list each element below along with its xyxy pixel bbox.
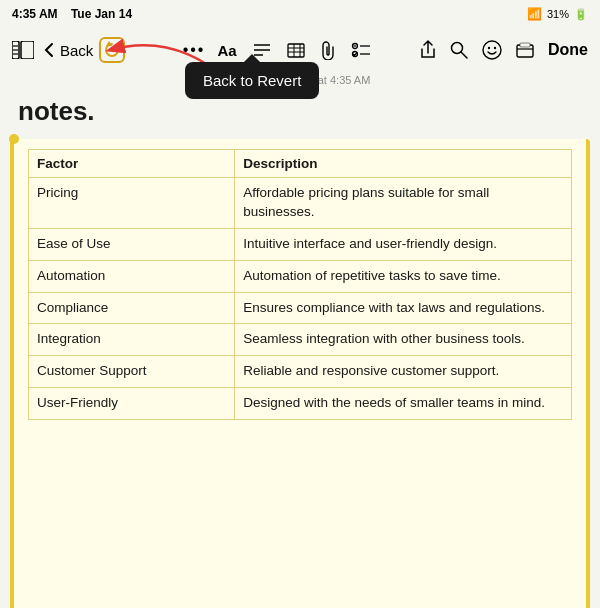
font-format-button[interactable]: Aa [213, 38, 240, 63]
table-row: AutomationAutomation of repetitive tasks… [29, 260, 572, 292]
toolbar-right: Done [416, 36, 592, 64]
table-cell-description: Reliable and responsive customer support… [235, 356, 572, 388]
window-button[interactable] [512, 38, 538, 62]
table-cell-factor: Automation [29, 260, 235, 292]
share-button[interactable] [416, 36, 440, 64]
table-cell-factor: Compliance [29, 292, 235, 324]
table-row: IntegrationSeamless integration with oth… [29, 324, 572, 356]
table-cell-description: Ensures compliance with tax laws and reg… [235, 292, 572, 324]
tooltip-container: Back to Revert [185, 62, 319, 99]
revert-tooltip: Back to Revert [185, 62, 319, 99]
svg-rect-1 [21, 41, 34, 59]
table-row: Customer SupportReliable and responsive … [29, 356, 572, 388]
table-cell-factor: Ease of Use [29, 228, 235, 260]
table-row: PricingAffordable pricing plans suitable… [29, 178, 572, 229]
battery-icon: 🔋 [574, 8, 588, 21]
battery-level: 31% [547, 8, 569, 20]
svg-rect-10 [288, 44, 304, 57]
attach-button[interactable] [317, 36, 339, 64]
svg-point-21 [483, 41, 501, 59]
back-label: Back [60, 42, 93, 59]
table-cell-description: Intuitive interface and user-friendly de… [235, 228, 572, 260]
sidebar-toggle-button[interactable] [8, 37, 38, 63]
table-cell-description: Designed with the needs of smaller teams… [235, 388, 572, 420]
table-header-description: Description [235, 150, 572, 178]
table-row: ComplianceEnsures compliance with tax la… [29, 292, 572, 324]
svg-rect-26 [520, 43, 530, 47]
notes-content-area[interactable]: Factor Description PricingAffordable pri… [10, 139, 590, 608]
search-button[interactable] [446, 37, 472, 63]
check-button[interactable] [347, 37, 375, 63]
table-cell-factor: Pricing [29, 178, 235, 229]
back-button[interactable] [40, 38, 58, 62]
wifi-icon: 📶 [527, 7, 542, 21]
svg-point-23 [494, 47, 496, 49]
table-cell-factor: Integration [29, 324, 235, 356]
svg-point-22 [488, 47, 490, 49]
more-options-icon: ••• [183, 41, 206, 59]
corner-dot-top-left [9, 134, 19, 144]
status-time: 4:35 AM Tue Jan 14 [12, 7, 132, 21]
table-row: User-FriendlyDesigned with the needs of … [29, 388, 572, 420]
notes-title: notes. [14, 96, 586, 127]
table-header-factor: Factor [29, 150, 235, 178]
table-cell-description: Affordable pricing plans suitable for sm… [235, 178, 572, 229]
table-row: Ease of UseIntuitive interface and user-… [29, 228, 572, 260]
table-cell-factor: User-Friendly [29, 388, 235, 420]
svg-line-20 [461, 52, 467, 58]
toolbar-left: Back [8, 37, 141, 63]
table-cell-factor: Customer Support [29, 356, 235, 388]
table-cell-description: Seamless integration with other business… [235, 324, 572, 356]
status-indicators: 📶 31% 🔋 [527, 7, 588, 21]
table-cell-description: Automation of repetitive tasks to save t… [235, 260, 572, 292]
toolbar-center: ••• Aa [145, 36, 412, 64]
table-button[interactable] [283, 39, 309, 62]
done-button[interactable]: Done [544, 37, 592, 63]
factors-table: Factor Description PricingAffordable pri… [28, 149, 572, 420]
status-bar: 4:35 AM Tue Jan 14 📶 31% 🔋 [0, 0, 600, 28]
emoji-button[interactable] [478, 36, 506, 64]
revert-button[interactable] [99, 37, 125, 63]
